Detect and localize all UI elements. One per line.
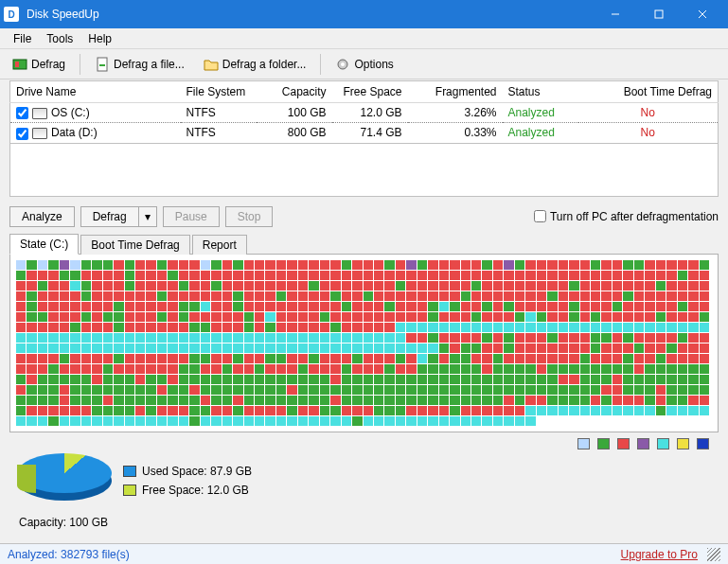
cluster-cell [700, 385, 709, 395]
cluster-cell [623, 385, 632, 395]
cluster-cell [244, 406, 254, 415]
cluster-cell [330, 302, 340, 311]
cluster-cell [70, 281, 80, 291]
col-free[interactable]: Free Space [332, 81, 408, 103]
cluster-cell [244, 375, 254, 384]
tab-report[interactable]: Report [192, 235, 247, 255]
menubar: File Tools Help [0, 28, 728, 49]
cluster-cell [666, 406, 676, 415]
col-boot[interactable]: Boot Time Defrag [578, 81, 719, 103]
col-fs[interactable]: File System [181, 81, 257, 103]
upgrade-link[interactable]: Upgrade to Pro [621, 548, 698, 561]
menu-tools[interactable]: Tools [39, 30, 80, 47]
col-fragmented[interactable]: Fragmented [408, 81, 503, 103]
table-row[interactable]: OS (C:)NTFS100 GB12.0 GB3.26%AnalyzedNo [10, 103, 719, 123]
cluster-cell [222, 291, 232, 301]
cluster-cell [406, 416, 416, 426]
minimize-button[interactable] [594, 0, 637, 28]
cluster-cell [352, 344, 362, 353]
cluster-cell [211, 333, 221, 343]
cluster-cell [601, 385, 611, 395]
cluster-cell [547, 333, 557, 343]
menu-help[interactable]: Help [80, 30, 119, 47]
cluster-cell [16, 406, 26, 415]
defrag-split-button[interactable]: Defrag ▾ [80, 206, 157, 227]
defrag-button[interactable]: Defrag [80, 206, 138, 227]
cluster-cell [276, 375, 286, 384]
maximize-button[interactable] [637, 0, 681, 28]
cluster-cell [504, 271, 513, 280]
cluster-cell [352, 406, 362, 415]
cluster-cell [255, 323, 264, 332]
drive-fragmented: 3.26% [408, 103, 503, 123]
cluster-cell [244, 344, 254, 353]
drive-checkbox[interactable] [16, 107, 28, 119]
stop-button[interactable]: Stop [225, 206, 274, 227]
toolbar-options[interactable]: Options [328, 53, 400, 76]
cluster-cell [125, 333, 134, 343]
col-drive[interactable]: Drive Name [10, 81, 181, 103]
cluster-cell [537, 396, 546, 405]
toolbar-defrag-folder[interactable]: Defrag a folder... [197, 53, 313, 76]
cluster-cell [330, 385, 340, 395]
toolbar-defrag-file[interactable]: Defrag a file... [88, 53, 191, 76]
analyze-button[interactable]: Analyze [9, 206, 75, 227]
cluster-cell [16, 260, 26, 270]
cluster-cell [60, 271, 69, 280]
defrag-dropdown-button[interactable]: ▾ [138, 206, 157, 227]
drive-checkbox[interactable] [16, 128, 28, 140]
cluster-cell [537, 354, 546, 363]
table-row[interactable]: Data (D:)NTFS800 GB71.4 GB0.33%AnalyzedN… [10, 123, 719, 143]
cluster-cell [92, 354, 101, 363]
cluster-cell [613, 323, 622, 332]
cluster-cell [135, 396, 145, 405]
cluster-cell [114, 281, 123, 291]
cluster-cell [60, 354, 69, 363]
cluster-cell [298, 364, 308, 374]
cluster-cell [450, 260, 459, 270]
cluster-cell [135, 271, 145, 280]
pause-button[interactable]: Pause [163, 206, 220, 227]
cluster-cell [342, 302, 351, 311]
cluster-cell [547, 375, 557, 384]
cluster-cell [222, 344, 232, 353]
cluster-cell [70, 271, 80, 280]
cluster-cell [70, 416, 80, 426]
cluster-cell [135, 323, 145, 332]
cluster-cell [623, 260, 632, 270]
turn-off-checkbox-row[interactable]: Turn off PC after defragmentation [534, 210, 719, 223]
cluster-cell [92, 302, 101, 311]
cluster-cell [384, 302, 394, 311]
menu-file[interactable]: File [6, 30, 39, 47]
cluster-cell [276, 323, 286, 332]
cluster-cell [678, 406, 687, 415]
cluster-cell [406, 260, 416, 270]
toolbar-defrag[interactable]: Defrag [6, 53, 72, 76]
close-button[interactable] [681, 0, 724, 28]
cluster-cell [364, 344, 373, 353]
cluster-cell [298, 312, 308, 322]
col-status[interactable]: Status [503, 81, 578, 103]
cluster-cell [678, 385, 687, 395]
col-capacity[interactable]: Capacity [257, 81, 332, 103]
cluster-cell [146, 271, 155, 280]
cluster-cell [601, 281, 611, 291]
cluster-cell [92, 260, 101, 270]
turn-off-checkbox[interactable] [534, 210, 546, 222]
cluster-cell [482, 416, 491, 426]
cluster-cell [287, 333, 296, 343]
cluster-cell [211, 302, 221, 311]
cluster-cell [298, 291, 308, 301]
cluster-cell [678, 281, 687, 291]
cluster-cell [450, 396, 459, 405]
cluster-cell [309, 281, 318, 291]
cluster-cell [700, 364, 709, 374]
cluster-cell [189, 323, 199, 332]
cluster-cell [48, 333, 58, 343]
cluster-cell [342, 333, 351, 343]
cluster-cell [342, 271, 351, 280]
tab-state[interactable]: State (C:) [9, 234, 79, 255]
tab-boot[interactable]: Boot Time Defrag [80, 235, 189, 255]
cluster-cell [364, 291, 373, 301]
resize-grip[interactable] [707, 548, 720, 561]
